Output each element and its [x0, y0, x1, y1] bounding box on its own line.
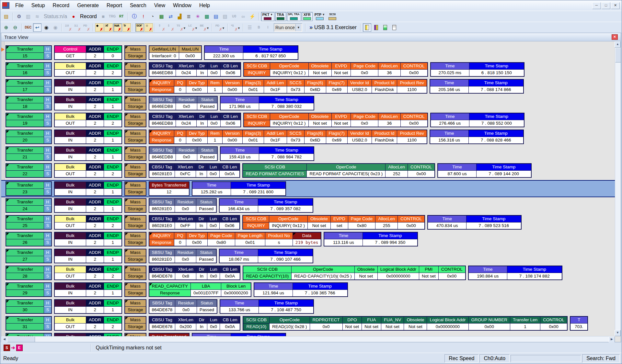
cell-bulk-in[interactable]: BulkIN [55, 97, 86, 110]
spec-view-icon[interactable]: ✳ [194, 12, 202, 21]
cell-lun[interactable]: Lun0x0 [207, 113, 220, 127]
cell-opercode[interactable]: OperCodeREAD FORMAT CAPACITIES( 0x23 ) [306, 164, 385, 177]
cell-endp[interactable]: ENDP2 [104, 317, 121, 330]
cell-bulk-in[interactable]: BulkIN [55, 249, 86, 263]
cell-control-get[interactable]: ControlGET [55, 46, 86, 59]
cell-dev-typ[interactable]: Dev Typ0x00 [186, 80, 207, 93]
cell-mass-storage[interactable]: MassStorage [125, 216, 145, 229]
realtime-stats-icon[interactable]: RT [117, 12, 126, 21]
cell-cb-len[interactable]: CB Len0x06 [220, 63, 240, 76]
cell-time-stamp[interactable]: Time Stamp7 . 089 357 082 [258, 199, 313, 212]
trace-row-transfer-25[interactable]: Transfer25HSBulkOUTADDR2ENDP2MassStorage… [6, 215, 615, 230]
cell-lba[interactable]: LBA0x001E07FF [190, 283, 221, 296]
cell-xferlen[interactable]: XferLen0x24 [176, 63, 196, 76]
cell-time[interactable]: Time190.884 us [469, 266, 507, 279]
cell-control[interactable]: CONTROL0x00 [540, 317, 567, 330]
trace-row-transfer-26[interactable]: Transfer26HSBulkINADDR2ENDP1MassStorageI… [6, 232, 615, 246]
cell-time[interactable]: Time276.466 us [431, 113, 469, 127]
cell-bulk-out[interactable]: BulkOUT [55, 113, 86, 127]
cell-sbsu-tag[interactable]: SBSU Tag860281E0 [149, 249, 175, 263]
cell-mass-storage[interactable]: MassStorage [125, 249, 145, 263]
cell-product-id[interactable]: Product IdFlashDisk [372, 80, 397, 93]
cell-time-stamp[interactable]: Time Stamp7 . 090 107 466 [258, 249, 313, 263]
cell-time-stamp[interactable]: Time Stamp7 . 089 994 350 [363, 233, 417, 246]
cell-endp[interactable]: ENDP1 [104, 199, 121, 212]
close-button[interactable]: ✕ [611, 2, 620, 9]
cell-dir[interactable]: DirIn [196, 113, 207, 127]
cell-time[interactable]: Time113.116 us [324, 233, 363, 246]
cell-time[interactable]: Time159.418 us [221, 147, 259, 160]
packet-level-button[interactable]: PKT▼ [261, 12, 274, 21]
cell-alloclen[interactable]: AllocLen36 [378, 113, 400, 127]
cell-xferlen[interactable]: XferLen0x200 [175, 317, 196, 330]
cell-flags-7[interactable]: Flags(7)0x69 [326, 80, 348, 93]
trace-row-transfer-15[interactable]: Transfer15HSControlGETADDR2ENDP0MassStor… [6, 45, 615, 60]
cell-endp[interactable]: ENDP1 [104, 130, 121, 143]
compare-icon[interactable]: ⇄ [167, 12, 175, 21]
cell-bulk-out[interactable]: BulkOUT [55, 164, 86, 177]
cell-time[interactable]: Time222.300 us [205, 46, 243, 59]
cell-time[interactable]: Time87.600 us [438, 164, 476, 177]
cell-fua[interactable]: FUANot set [362, 317, 381, 330]
cell-endp[interactable]: ENDP1 [104, 97, 121, 110]
handshake-status-column[interactable]: HS [44, 113, 51, 127]
layout-single-icon[interactable] [363, 23, 371, 32]
open-file-icon[interactable]: ▨ [2, 12, 10, 21]
transfer-cell[interactable]: Transfer20 [6, 130, 44, 143]
transfer-cell[interactable]: Transfer32 [6, 334, 44, 336]
cell-flags-3[interactable]: Flags(3)0x01 [242, 130, 264, 143]
link-state-icon[interactable]: ∞ [239, 12, 248, 21]
cell-bulk-in[interactable]: BulkIN [55, 182, 86, 195]
trace-row-transfer-24[interactable]: Transfer24HSBulkINADDR2ENDP1MassStorageS… [6, 198, 615, 213]
cell-flags-6[interactable]: Flags(6)0x6D [304, 130, 326, 143]
cell-xferlen[interactable]: XferLen0xFF [175, 216, 195, 229]
cell-product-rev[interactable]: Product Rev1100 [397, 130, 426, 143]
hide-downstream-icon[interactable]: ⇩✗ [167, 23, 175, 32]
cell-alloclen[interactable]: AllocLen36 [378, 63, 400, 76]
cell-mass-storage[interactable]: MassStorage [125, 199, 145, 212]
handshake-status-column[interactable]: HS [44, 182, 51, 195]
cell-page-code[interactable]: Page Code0x0 [351, 113, 378, 127]
cell-dir[interactable]: DirIn [196, 63, 207, 76]
cell-time-stamp[interactable]: Time Stamp7 . 088 380 032 [259, 97, 314, 110]
trace-row-transfer-22[interactable]: Transfer22HSBulkOUTADDR2ENDP2MassStorage… [6, 163, 615, 178]
cell-residue[interactable]: Residue0x0 [175, 199, 196, 212]
cell-mass-storage[interactable]: MassStorage [125, 130, 145, 143]
cell-bulk-out[interactable]: BulkOUT [55, 216, 86, 229]
cell-cbsu-tag[interactable]: CBSU Tag860281E0 [149, 164, 175, 177]
handshake-status-column[interactable]: HS [44, 130, 51, 143]
cell-time[interactable]: Time470.834 us [428, 216, 466, 229]
cell-time[interactable]: Time18.067 ms [220, 249, 258, 263]
cell-scsi-cdb[interactable]: SCSI CDBINQUIRY [244, 63, 270, 76]
wrap-toggle-icon[interactable]: ↩ [33, 23, 41, 32]
cell-cb-len[interactable]: CB Len0x06 [220, 113, 240, 127]
cell-bulk-in[interactable]: BulkIN [55, 130, 86, 143]
cell-endp[interactable]: ENDP2 [104, 216, 121, 229]
cell-mass-storage[interactable]: MassStorage [125, 46, 145, 59]
hide-be-icon-dropdown-icon[interactable]: ▼ [206, 27, 209, 30]
hide-upstream-icon[interactable]: ⇧✗ [157, 23, 166, 32]
cell-vendor-id[interactable]: Vendor IdUSB2.0 [347, 80, 372, 93]
cell-mass-storage[interactable]: MassStorage [125, 164, 145, 177]
report-icon[interactable]: ▧ [221, 12, 229, 21]
handshake-status-column[interactable]: HS [44, 80, 51, 93]
cell-sbsu-tag[interactable]: SBSU Tag860281E0 [149, 199, 175, 212]
handshake-status-column[interactable]: HS [44, 164, 51, 177]
setup-wrench-icon[interactable]: ⚙ [15, 12, 23, 21]
cell-dir[interactable]: DirIn [196, 317, 207, 330]
vertical-scroll-thumb[interactable] [615, 48, 621, 63]
cell-time[interactable]: Time205.166 us [430, 80, 468, 93]
cell-scsi-cdb[interactable]: SCSI CDBINQUIRY [244, 113, 270, 127]
hide-naks-icon[interactable]: Nak✗ [113, 23, 122, 32]
cell-control[interactable]: CONTROL0x00 [397, 216, 424, 229]
cell-evpd[interactable]: EVPDset [330, 216, 348, 229]
cell-dir[interactable]: DirIn [196, 266, 207, 279]
cell-block-len[interactable]: Block Len0x00000200 [221, 283, 250, 296]
cell-obsolete[interactable]: ObsoleteNot set [308, 63, 331, 76]
trace-row-transfer-16[interactable]: Transfer16HSBulkOUTADDR2ENDP2MassStorage… [6, 62, 615, 77]
cell-inquiry[interactable]: INQUIRYResponse [149, 130, 174, 143]
cell-lun[interactable]: Lun0x0 [207, 216, 220, 229]
cell-addr[interactable]: ADDR2 [86, 113, 104, 127]
cell-status[interactable]: StatusPassed [197, 97, 217, 110]
transfer-cell[interactable]: Transfer21 [6, 147, 44, 160]
